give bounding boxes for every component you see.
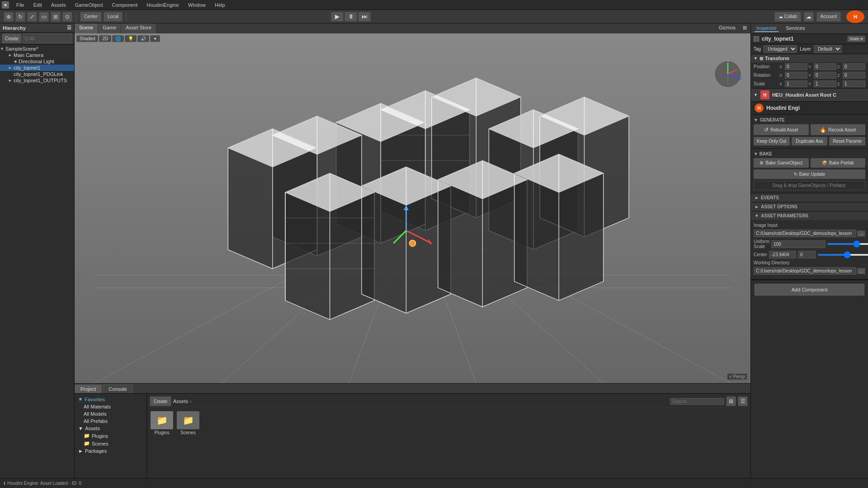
play-button[interactable]: ▶: [331, 12, 344, 22]
vp-lighting-btn[interactable]: 💡: [125, 35, 137, 42]
vp-render-btn[interactable]: 🌐: [112, 35, 124, 42]
cloud-icon[interactable]: ☁: [804, 12, 814, 22]
packages-tree-item[interactable]: ► Packages: [76, 447, 145, 455]
hierarchy-item-pdglink[interactable]: city_topnet1_PDGLink: [0, 71, 74, 77]
uniform-scale-input[interactable]: [771, 240, 826, 248]
toolbar-rotate[interactable]: ↻: [15, 12, 25, 22]
menu-file[interactable]: File: [14, 1, 26, 9]
separator-1: [76, 12, 76, 21]
asset-options-header[interactable]: ► ASSET OPTIONS: [751, 202, 868, 211]
toolbar-transform[interactable]: ⊞: [51, 12, 61, 22]
vp-effects-btn[interactable]: ✦: [150, 35, 160, 42]
mode-2d[interactable]: 2D: [99, 35, 111, 42]
local-button[interactable]: Local: [104, 12, 123, 22]
hierarchy-item-directionallight[interactable]: ☀ Directional Light: [0, 58, 74, 65]
tab-game[interactable]: Game: [98, 23, 121, 33]
inspector-tab[interactable]: Inspector: [755, 25, 778, 32]
pos-y-input[interactable]: [814, 63, 836, 70]
drag-drop-area[interactable]: Drag & drop GameObjects / Prefabs:: [754, 181, 865, 190]
scale-z-input[interactable]: [843, 80, 865, 87]
vp-audio-btn[interactable]: 🔊: [137, 35, 149, 42]
reset-params-btn[interactable]: Reset Parame: [829, 137, 865, 145]
all-materials-item[interactable]: All Materials: [76, 403, 145, 410]
center-y-input[interactable]: [798, 251, 816, 258]
all-models-item[interactable]: All Models: [76, 410, 145, 418]
pos-z-input[interactable]: [843, 63, 865, 70]
rot-y-input[interactable]: [814, 72, 836, 79]
working-dir-browse-btn[interactable]: ...: [857, 268, 865, 274]
image-browse-btn[interactable]: ...: [857, 230, 865, 237]
tab-scene[interactable]: Scene: [75, 23, 98, 33]
add-component-btn[interactable]: Add Component: [755, 284, 864, 296]
viewport[interactable]: Shaded 2D 🌐 💡 🔊 ✦ 八人素材 RRCG 八人素材 RRCG 八人…: [75, 33, 750, 383]
hierarchy-toolbar: Create: [0, 33, 74, 45]
plugins-folder[interactable]: 📁 Plugins: [151, 411, 173, 435]
gizmos-label[interactable]: Gizmos: [715, 23, 739, 33]
menu-help[interactable]: Help: [213, 1, 227, 9]
project-create-btn[interactable]: Create: [150, 396, 171, 406]
step-button[interactable]: ⏭: [358, 12, 371, 22]
toolbar-rect[interactable]: ▭: [39, 12, 49, 22]
all-prefabs-item[interactable]: All Prefabs: [76, 418, 145, 425]
toolbar-custom[interactable]: ⊙: [62, 12, 72, 22]
hierarchy-item-maincamera[interactable]: ► Main Camera: [0, 52, 74, 58]
object-enabled-checkbox[interactable]: [754, 36, 759, 42]
rebuild-asset-btn[interactable]: ↺ Rebuild Asset: [754, 124, 809, 135]
rot-z-input[interactable]: [843, 72, 865, 79]
bake-update-btn[interactable]: ↻ Bake Update: [754, 169, 865, 179]
shaded-dropdown[interactable]: Shaded: [76, 35, 98, 42]
hierarchy-item-samplescene[interactable]: ▼ SampleScene*: [0, 46, 74, 52]
hierarchy-search[interactable]: [23, 33, 72, 43]
scale-y-input[interactable]: [814, 80, 836, 87]
asset-parameters-header[interactable]: ▼ ASSET PARAMETERS: [751, 211, 868, 220]
bake-gameobject-btn[interactable]: ⚙ Bake GameObject: [754, 158, 809, 168]
center-x-input[interactable]: [769, 251, 796, 258]
layer-select[interactable]: Default: [814, 45, 842, 53]
scale-x-input[interactable]: [785, 80, 807, 87]
uniform-scale-slider[interactable]: [827, 243, 868, 245]
object-name: city_topnet1: [762, 36, 844, 42]
pause-button[interactable]: ⏸: [344, 12, 357, 22]
duplicate-asset-btn[interactable]: Duplicate Ass: [792, 137, 828, 145]
project-search[interactable]: [670, 398, 724, 405]
account-button[interactable]: Account: [816, 12, 841, 22]
hierarchy-menu-icon[interactable]: ☰: [67, 25, 71, 31]
hierarchy-item-citytopnet1[interactable]: ► city_topnet1: [0, 65, 74, 71]
hierarchy-item-outputs[interactable]: ► city_topnet1_OUTPUTS: [0, 77, 74, 84]
collab-button[interactable]: ☁ Collab: [774, 12, 801, 22]
events-header[interactable]: ► EVENTS: [751, 193, 868, 202]
menu-edit[interactable]: Edit: [32, 1, 44, 9]
menu-window[interactable]: Window: [186, 1, 208, 9]
menu-assets[interactable]: Assets: [49, 1, 68, 9]
toolbar-scale[interactable]: ⤢: [27, 12, 37, 22]
menu-houdiniengine[interactable]: HoudiniEngine: [145, 1, 181, 9]
image-input-field[interactable]: [754, 230, 856, 237]
view-toggle-2[interactable]: ☰: [738, 396, 748, 406]
scenes-tree-item[interactable]: 📁 Scenes: [76, 440, 145, 447]
toolbar-move[interactable]: ⊕: [4, 12, 14, 22]
menu-gameobject[interactable]: GameObject: [73, 1, 105, 9]
static-dropdown[interactable]: Static ▾: [847, 36, 865, 42]
hierarchy-create-btn[interactable]: Create: [2, 33, 22, 43]
tab-asset-store[interactable]: Asset Store: [121, 23, 156, 33]
menu-component[interactable]: Component: [110, 1, 139, 9]
tag-select[interactable]: Untagged: [764, 45, 797, 53]
pos-x-input[interactable]: [785, 63, 807, 70]
hierarchy-content: ▼ SampleScene* ► Main Camera ☀ Direction…: [0, 45, 74, 478]
tab-console[interactable]: Console: [103, 385, 132, 393]
services-tab[interactable]: Services: [784, 25, 807, 32]
bake-prefab-btn[interactable]: 📦 Bake Prefab: [811, 158, 866, 168]
assets-tree-item[interactable]: ▼ Assets: [76, 425, 145, 432]
favorites-item[interactable]: ★ Favorites: [76, 395, 145, 403]
rot-x-input[interactable]: [785, 72, 807, 79]
plugins-tree-item[interactable]: 📁 Plugins: [76, 432, 145, 440]
working-dir-field[interactable]: [754, 267, 856, 275]
transform-header[interactable]: ▼ ⊞ Transform: [751, 54, 868, 62]
center-slider[interactable]: [818, 254, 868, 256]
tab-project[interactable]: Project: [75, 385, 102, 393]
recook-asset-btn[interactable]: 🔥 Recook Asset: [811, 124, 866, 135]
view-toggle-1[interactable]: ⊞: [726, 396, 736, 406]
scenes-folder[interactable]: 📁 Scenes: [177, 411, 199, 435]
keep-only-btn[interactable]: Keep Only Out: [754, 137, 790, 145]
center-button[interactable]: Center: [80, 12, 102, 22]
